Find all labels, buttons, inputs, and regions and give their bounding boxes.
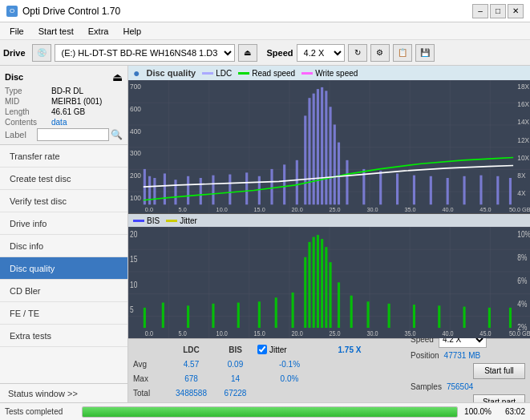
svg-rect-53 bbox=[413, 176, 415, 205]
copy-icon[interactable]: 📋 bbox=[393, 44, 412, 62]
svg-rect-89 bbox=[292, 293, 294, 328]
settings-icon[interactable]: ⚙ bbox=[370, 44, 390, 62]
eject-button[interactable]: ⏏ bbox=[238, 44, 257, 62]
nav-item-drive-info[interactable]: Drive info bbox=[0, 212, 127, 235]
menu-item-extra[interactable]: Extra bbox=[82, 25, 115, 38]
minimize-button[interactable]: – bbox=[472, 4, 488, 18]
svg-rect-35 bbox=[245, 172, 248, 204]
total-bis: 67228 bbox=[213, 389, 257, 398]
total-label: Total bbox=[133, 389, 169, 398]
nav-item-cd-bler[interactable]: CD Bler bbox=[0, 280, 127, 302]
app-title: Opti Drive Control 1.70 bbox=[22, 6, 120, 17]
svg-rect-47 bbox=[334, 124, 336, 204]
svg-text:30.0: 30.0 bbox=[366, 206, 378, 213]
max-ldc: 678 bbox=[169, 374, 213, 383]
samples-label: Samples bbox=[411, 382, 442, 391]
disc-contents-label: Contents bbox=[5, 118, 51, 127]
disc-panel-title: Disc bbox=[5, 72, 23, 82]
svg-rect-42 bbox=[313, 94, 315, 205]
svg-rect-54 bbox=[430, 176, 432, 204]
disc-length-label: Length bbox=[5, 107, 51, 116]
svg-rect-59 bbox=[509, 178, 512, 204]
nav-item-fe-te[interactable]: FE / TE bbox=[0, 302, 127, 325]
nav-item-disc-quality[interactable]: Disc quality bbox=[0, 257, 127, 280]
drive-select[interactable]: (E:) HL-DT-ST BD-RE WH16NS48 1.D3 bbox=[55, 44, 235, 62]
menu-item-help[interactable]: Help bbox=[116, 25, 148, 38]
nav-item-create-test-disc[interactable]: Create test disc bbox=[0, 168, 127, 190]
maximize-button[interactable]: □ bbox=[490, 4, 506, 18]
svg-text:40.0: 40.0 bbox=[442, 330, 454, 338]
svg-text:20.0: 20.0 bbox=[292, 330, 304, 338]
nav-item-verify-test-disc[interactable]: Verify test disc bbox=[0, 190, 127, 212]
svg-text:10.0: 10.0 bbox=[216, 330, 229, 338]
svg-rect-33 bbox=[212, 176, 214, 205]
svg-rect-27 bbox=[148, 176, 151, 204]
svg-text:600: 600 bbox=[130, 105, 141, 113]
svg-text:10%: 10% bbox=[517, 230, 530, 239]
svg-text:700: 700 bbox=[130, 83, 141, 91]
svg-text:30.0: 30.0 bbox=[366, 330, 378, 338]
svg-rect-98 bbox=[350, 296, 353, 328]
svg-text:10: 10 bbox=[130, 281, 137, 289]
svg-rect-93 bbox=[317, 235, 319, 328]
svg-rect-55 bbox=[447, 178, 449, 204]
speed-select[interactable]: Max4.2 X8 X12 X16 X bbox=[297, 44, 345, 62]
svg-rect-39 bbox=[296, 160, 298, 204]
svg-text:10X: 10X bbox=[517, 154, 529, 162]
svg-text:45.0: 45.0 bbox=[479, 330, 492, 338]
svg-text:20.0: 20.0 bbox=[292, 206, 303, 213]
svg-rect-37 bbox=[270, 169, 273, 204]
svg-rect-102 bbox=[438, 306, 440, 329]
jitter-checkbox[interactable] bbox=[257, 345, 267, 354]
content-area: ● Disc quality LDC Read speed Write spee… bbox=[128, 66, 530, 402]
svg-text:35.0: 35.0 bbox=[404, 206, 415, 213]
svg-text:15.0: 15.0 bbox=[254, 206, 265, 213]
ldc-legend-label: LDC bbox=[216, 69, 232, 78]
save-icon[interactable]: 💾 bbox=[415, 44, 435, 62]
menu-item-start-test[interactable]: Start test bbox=[32, 25, 80, 38]
svg-rect-57 bbox=[479, 176, 482, 205]
disc-label-input[interactable] bbox=[37, 128, 109, 141]
svg-rect-38 bbox=[283, 164, 285, 204]
svg-rect-46 bbox=[330, 107, 332, 204]
read-legend-dot bbox=[238, 72, 249, 75]
nav-item-extra-tests[interactable]: Extra tests bbox=[0, 325, 127, 347]
stats-bar: LDC BIS Jitter 1.75 X Avg 4.57 0.09 -0.1… bbox=[128, 338, 530, 402]
progress-bar-background bbox=[82, 406, 458, 418]
svg-text:5.0: 5.0 bbox=[179, 330, 188, 338]
svg-rect-92 bbox=[313, 237, 315, 328]
svg-rect-101 bbox=[413, 305, 415, 328]
nav-item-transfer-rate[interactable]: Transfer rate bbox=[0, 145, 127, 168]
progress-percent: 100.0% bbox=[463, 407, 492, 416]
menu-bar: FileStart testExtraHelp bbox=[0, 22, 530, 40]
drive-icon[interactable]: 💿 bbox=[32, 44, 51, 62]
app-icon: O bbox=[6, 6, 18, 17]
svg-rect-99 bbox=[366, 302, 369, 329]
svg-rect-84 bbox=[187, 306, 189, 329]
svg-text:15: 15 bbox=[130, 256, 137, 265]
disc-eject-icon[interactable]: ⏏ bbox=[112, 71, 123, 83]
disc-mid-value: MEIRB1 (001) bbox=[51, 97, 102, 106]
refresh-icon[interactable]: ↻ bbox=[348, 44, 367, 62]
sidebar-nav: Transfer rateCreate test discVerify test… bbox=[0, 145, 127, 347]
label-search-icon[interactable]: 🔍 bbox=[111, 129, 123, 140]
svg-text:0.0: 0.0 bbox=[145, 330, 154, 338]
samples-value: 756504 bbox=[447, 382, 473, 391]
disc-panel: Disc ⏏ Type BD-R DL MID MEIRB1 (001) Len… bbox=[0, 66, 127, 145]
status-window-button[interactable]: Status window >> bbox=[0, 383, 127, 402]
svg-rect-43 bbox=[317, 89, 319, 204]
svg-text:6%: 6% bbox=[517, 277, 527, 285]
start-full-button[interactable]: Start full bbox=[473, 363, 525, 379]
svg-text:14X: 14X bbox=[517, 118, 529, 126]
menu-item-file[interactable]: File bbox=[3, 25, 30, 38]
progress-area: Tests completed 100.0% 63:02 bbox=[0, 402, 530, 420]
close-button[interactable]: ✕ bbox=[508, 4, 524, 18]
svg-text:8%: 8% bbox=[517, 253, 527, 262]
svg-rect-105 bbox=[509, 308, 512, 328]
nav-item-disc-info[interactable]: Disc info bbox=[0, 235, 127, 257]
start-part-button[interactable]: Start part bbox=[473, 394, 525, 403]
bis-chart-header: BIS Jitter bbox=[128, 214, 530, 227]
avg-speed-display: 1.75 X bbox=[322, 345, 378, 354]
disc-mid-label: MID bbox=[5, 97, 51, 106]
max-bis: 14 bbox=[213, 374, 257, 383]
